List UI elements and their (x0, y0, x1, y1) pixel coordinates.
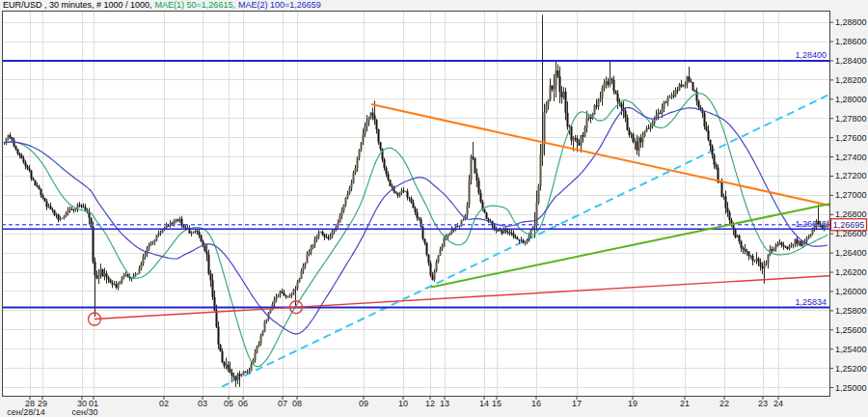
svg-text:12: 12 (425, 399, 435, 408)
svg-text:06: 06 (238, 399, 248, 408)
svg-text:08: 08 (292, 399, 302, 408)
svg-text:14: 14 (479, 399, 489, 408)
svg-text:24: 24 (773, 399, 783, 408)
svg-text:22: 22 (719, 399, 729, 408)
svg-text:10: 10 (398, 399, 408, 408)
svg-text:1,25600: 1,25600 (835, 325, 867, 335)
svg-text:07: 07 (278, 399, 287, 408)
svg-text:1,28400: 1,28400 (835, 56, 867, 66)
chart-header: EUR/USD , 30 minutes, # 1000 / 1000,MAE(… (3, 0, 324, 11)
svg-text:1,25834: 1,25834 (795, 297, 827, 307)
price-chart-canvas[interactable]: 1,288001,286001,284001,282001,280001,278… (0, 0, 868, 417)
svg-text:1,26400: 1,26400 (835, 248, 867, 258)
svg-text:1,25400: 1,25400 (835, 345, 867, 354)
svg-text:1,26695: 1,26695 (833, 220, 865, 230)
svg-text:03: 03 (198, 399, 207, 408)
svg-text:1,26800: 1,26800 (835, 209, 867, 219)
svg-text:1,25000: 1,25000 (835, 383, 867, 393)
svg-text:1,25200: 1,25200 (835, 364, 867, 374)
svg-text:02: 02 (159, 399, 169, 408)
symbol-timeframe-label: EUR/USD , 30 minutes, # 1000 / 1000, (3, 0, 152, 10)
svg-text:09: 09 (359, 399, 368, 408)
svg-text:23: 23 (758, 399, 768, 408)
svg-text:15: 15 (492, 399, 502, 408)
chart-background (0, 0, 868, 417)
mae2-indicator-label: MAE(2) 100=1,26659 (238, 0, 321, 10)
svg-text:17: 17 (572, 399, 582, 408)
svg-text:1,27800: 1,27800 (835, 114, 867, 124)
svg-text:13: 13 (440, 399, 449, 408)
svg-text:1,28000: 1,28000 (835, 95, 867, 104)
svg-text:1,27600: 1,27600 (835, 133, 867, 143)
svg-text:21: 21 (680, 399, 690, 408)
svg-text:1,28400: 1,28400 (795, 50, 827, 60)
svg-text:1,25800: 1,25800 (835, 306, 867, 316)
svg-text:1,27000: 1,27000 (835, 190, 867, 200)
svg-text:сен/28/14: сен/28/14 (7, 407, 45, 417)
svg-text:1,27200: 1,27200 (835, 171, 867, 181)
current-price-box[interactable]: 1,26695 (831, 219, 867, 231)
svg-text:сен/30: сен/30 (72, 407, 98, 417)
svg-text:05: 05 (224, 399, 233, 408)
svg-text:1,26000: 1,26000 (835, 287, 867, 296)
svg-text:1,27400: 1,27400 (835, 153, 867, 162)
svg-text:1,28800: 1,28800 (835, 17, 867, 27)
trading-chart-window: EUR/USD , 30 minutes, # 1000 / 1000,MAE(… (0, 0, 868, 417)
svg-text:19: 19 (628, 399, 637, 408)
svg-text:1,28200: 1,28200 (835, 75, 867, 85)
mae1-indicator-label: MAE(1) 50=1,26615, (155, 0, 235, 10)
svg-text:16: 16 (531, 399, 541, 408)
svg-text:1,28600: 1,28600 (835, 37, 867, 46)
svg-text:1,26200: 1,26200 (835, 267, 867, 277)
